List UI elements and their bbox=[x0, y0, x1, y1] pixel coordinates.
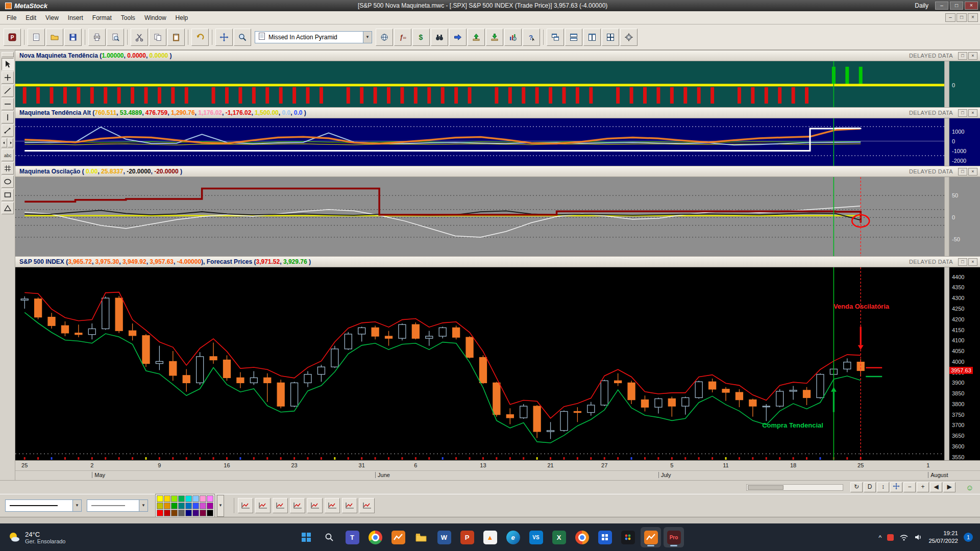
palette-color-3[interactable] bbox=[178, 495, 185, 502]
next-button[interactable]: ▶ bbox=[943, 482, 955, 492]
copy-button[interactable] bbox=[149, 29, 166, 46]
line-weight-dropdown[interactable]: ▼ bbox=[87, 499, 148, 512]
menu-format[interactable]: Format bbox=[88, 12, 116, 23]
go-button[interactable] bbox=[449, 29, 467, 46]
local-data-button[interactable] bbox=[486, 29, 503, 46]
palette-color-2[interactable] bbox=[171, 495, 178, 502]
vertical-scale-button[interactable]: ↕ bbox=[877, 482, 889, 492]
open-button[interactable] bbox=[46, 29, 63, 46]
palette-color-15[interactable] bbox=[207, 503, 213, 509]
crosshair-tool[interactable] bbox=[2, 71, 14, 84]
edge-icon[interactable]: e bbox=[503, 527, 523, 547]
toolbox-handle[interactable] bbox=[2, 52, 14, 57]
close-button[interactable]: × bbox=[965, 2, 978, 10]
system-tester-button[interactable]: $ bbox=[412, 29, 430, 46]
excel-icon[interactable]: X bbox=[549, 527, 569, 547]
compress-y-button[interactable] bbox=[307, 498, 323, 513]
menu-view[interactable]: View bbox=[41, 12, 63, 23]
chart-nova-maquineta-tendencia[interactable] bbox=[15, 61, 944, 107]
chrome-icon[interactable] bbox=[365, 527, 385, 547]
power-console-button[interactable]: P bbox=[4, 29, 21, 46]
vlc-icon[interactable]: ▲ bbox=[480, 527, 500, 547]
child-minimize-button[interactable]: – bbox=[945, 13, 955, 22]
palette-color-12[interactable] bbox=[185, 503, 192, 509]
palette-color-7[interactable] bbox=[207, 495, 213, 502]
child-close-button[interactable]: × bbox=[968, 13, 978, 22]
pan-chart-button[interactable] bbox=[890, 482, 902, 492]
volume-icon[interactable] bbox=[914, 534, 923, 541]
new-chart-button[interactable] bbox=[28, 29, 45, 46]
browser-icon[interactable] bbox=[572, 527, 592, 547]
tray-app-icon[interactable] bbox=[887, 534, 894, 541]
grid-tool[interactable] bbox=[2, 162, 14, 174]
hidden-icons-chevron[interactable]: ^ bbox=[878, 534, 881, 541]
panel-splitter[interactable] bbox=[944, 177, 949, 256]
maximize-button[interactable]: □ bbox=[950, 2, 963, 10]
panel-close-button[interactable]: × bbox=[968, 258, 977, 266]
palette-color-1[interactable] bbox=[164, 495, 170, 502]
palette-color-14[interactable] bbox=[200, 503, 206, 509]
panel-close-button[interactable]: × bbox=[968, 168, 977, 176]
print-button[interactable] bbox=[88, 29, 106, 46]
explorer-button[interactable] bbox=[431, 29, 448, 46]
palette-color-9[interactable] bbox=[164, 503, 170, 509]
panel-splitter[interactable] bbox=[944, 267, 949, 460]
menu-file[interactable]: File bbox=[2, 12, 21, 23]
paste-button[interactable] bbox=[167, 29, 185, 46]
metastock-chart-icon[interactable] bbox=[641, 527, 661, 547]
line-style-dropdown[interactable]: ▼ bbox=[5, 499, 82, 512]
triangle-tool[interactable] bbox=[2, 202, 14, 214]
palette-color-21[interactable] bbox=[192, 510, 199, 516]
decrease-spacing-button[interactable] bbox=[238, 498, 253, 513]
minimize-button[interactable]: – bbox=[935, 2, 948, 10]
pointer-tool[interactable] bbox=[2, 58, 14, 70]
tile-grid-button[interactable] bbox=[602, 29, 619, 46]
horizontal-scrollbar[interactable] bbox=[746, 484, 843, 491]
save-button[interactable] bbox=[64, 29, 82, 46]
panel-restore-button[interactable]: □ bbox=[958, 168, 967, 176]
palette-color-6[interactable] bbox=[200, 495, 206, 502]
palette-color-4[interactable] bbox=[185, 495, 192, 502]
chart-wizard-button[interactable] bbox=[504, 29, 522, 46]
chart-maquineta-oscilacao[interactable] bbox=[15, 177, 944, 256]
palette-color-5[interactable] bbox=[192, 495, 199, 502]
palette-color-23[interactable] bbox=[207, 510, 213, 516]
chart-sp500-price[interactable]: Venda OscilatóriaCompra Tendencial bbox=[15, 267, 944, 460]
panel-close-button[interactable]: × bbox=[968, 52, 977, 60]
panel-close-button[interactable]: × bbox=[968, 109, 977, 117]
powerpoint-icon[interactable]: P bbox=[457, 527, 477, 547]
compress-x-button[interactable] bbox=[273, 498, 288, 513]
cascade-windows-button[interactable] bbox=[547, 29, 564, 46]
rectangle-tool[interactable] bbox=[2, 189, 14, 201]
grid-app-icon[interactable] bbox=[595, 527, 615, 547]
explorer-icon[interactable] bbox=[411, 527, 431, 547]
regression-tool[interactable] bbox=[2, 124, 14, 137]
panel-splitter[interactable] bbox=[944, 61, 949, 107]
ellipse-tool[interactable] bbox=[2, 176, 14, 188]
reset-scale-button[interactable] bbox=[342, 498, 357, 513]
search-button[interactable] bbox=[319, 527, 339, 547]
weather-widget[interactable]: 24°C Ger. Ensolarado bbox=[0, 531, 73, 544]
menu-window[interactable]: Window bbox=[140, 12, 171, 23]
pan-button[interactable] bbox=[215, 29, 233, 46]
chart-maquineta-tendencia-alt[interactable] bbox=[15, 118, 944, 166]
wifi-icon[interactable] bbox=[899, 534, 909, 541]
trendline-tool[interactable] bbox=[2, 85, 14, 97]
menu-tools[interactable]: Tools bbox=[116, 12, 140, 23]
metastock-pro-icon[interactable]: Pro bbox=[664, 527, 684, 547]
clock[interactable]: 19:21 25/07/2022 bbox=[928, 530, 958, 545]
context-help-button[interactable]: ? bbox=[523, 29, 540, 46]
start-button[interactable] bbox=[296, 527, 316, 547]
menu-edit[interactable]: Edit bbox=[21, 12, 41, 23]
palette-color-17[interactable] bbox=[164, 510, 170, 516]
palette-color-22[interactable] bbox=[200, 510, 206, 516]
auto-scale-button[interactable] bbox=[359, 498, 375, 513]
vscode-icon[interactable]: VS bbox=[526, 527, 546, 547]
panel-restore-button[interactable]: □ bbox=[958, 52, 967, 60]
child-restore-button[interactable]: □ bbox=[957, 13, 967, 22]
workspace-options-button[interactable] bbox=[620, 29, 638, 46]
palette-color-11[interactable] bbox=[178, 503, 185, 509]
menu-insert[interactable]: Insert bbox=[63, 12, 88, 23]
word-icon[interactable]: W bbox=[434, 527, 454, 547]
palette-color-20[interactable] bbox=[185, 510, 192, 516]
